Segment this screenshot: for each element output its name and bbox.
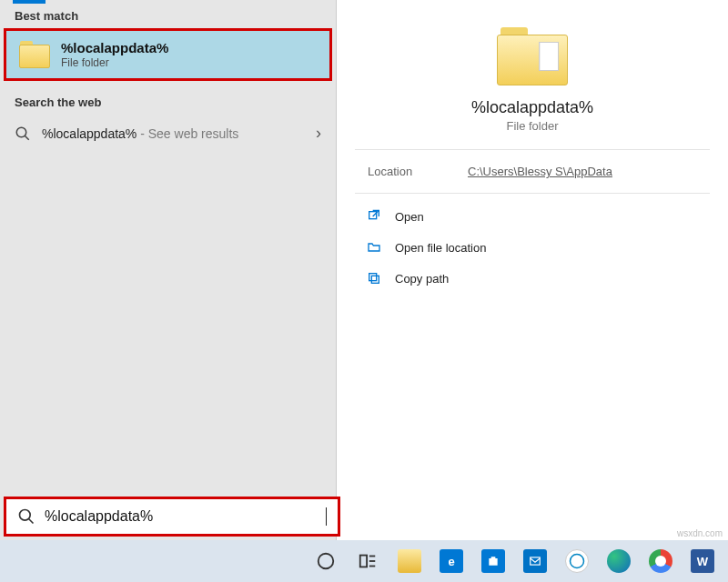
taskbar-mail[interactable] xyxy=(517,543,553,579)
watermark: wsxdn.com xyxy=(677,528,723,538)
scope-tab-indicator xyxy=(13,0,46,4)
taskbar-edge-legacy[interactable]: e xyxy=(433,543,470,579)
svg-rect-8 xyxy=(360,556,367,567)
folder-icon xyxy=(19,41,50,68)
open-icon xyxy=(366,208,382,225)
folder-icon xyxy=(497,27,568,85)
text-cursor xyxy=(326,507,327,526)
svg-rect-12 xyxy=(531,557,541,565)
taskbar-word[interactable]: W xyxy=(684,543,721,579)
action-label: Open file location xyxy=(395,241,486,255)
action-copy-path[interactable]: Copy path xyxy=(355,263,710,294)
best-match-header: Best match xyxy=(0,0,336,28)
location-value[interactable]: C:\Users\Blessy S\AppData xyxy=(468,165,612,178)
taskbar-dell[interactable] xyxy=(559,543,595,579)
folder-open-icon xyxy=(366,239,382,256)
preview-pane: %localappdata% File folder Location C:\U… xyxy=(337,0,728,582)
search-input[interactable] xyxy=(45,508,317,525)
search-box[interactable] xyxy=(4,497,340,537)
web-header: Search the web xyxy=(0,86,336,115)
web-result[interactable]: %localappdata% - See web results › xyxy=(0,115,336,152)
action-label: Copy path xyxy=(395,272,449,286)
web-result-query: %localappdata% xyxy=(42,126,136,141)
taskbar-task-view[interactable] xyxy=(349,543,386,579)
chevron-right-icon: › xyxy=(316,124,321,143)
svg-point-7 xyxy=(318,554,334,569)
svg-rect-3 xyxy=(371,276,379,283)
preview-subtitle: File folder xyxy=(506,119,558,133)
copy-icon xyxy=(366,270,382,286)
taskbar-cortana[interactable] xyxy=(308,543,344,579)
location-label: Location xyxy=(368,165,468,178)
taskbar-edge[interactable] xyxy=(601,543,637,579)
taskbar: e W xyxy=(0,540,728,582)
action-label: Open xyxy=(395,210,424,224)
best-match-subtitle: File folder xyxy=(61,56,168,69)
search-icon xyxy=(17,507,35,526)
taskbar-explorer[interactable] xyxy=(391,543,428,579)
search-icon xyxy=(15,125,31,142)
svg-rect-2 xyxy=(369,212,377,219)
svg-line-6 xyxy=(29,519,34,524)
best-match-title: %localappdata% xyxy=(61,40,168,55)
taskbar-store[interactable] xyxy=(475,543,511,579)
svg-point-13 xyxy=(571,555,584,568)
taskbar-chrome[interactable] xyxy=(642,543,679,579)
action-open[interactable]: Open xyxy=(355,201,710,232)
svg-point-0 xyxy=(16,127,26,137)
search-results-pane: Best match %localappdata% File folder Se… xyxy=(0,0,337,582)
web-result-hint: - See web results xyxy=(136,126,238,141)
best-match-result[interactable]: %localappdata% File folder xyxy=(4,28,332,81)
svg-rect-4 xyxy=(369,274,377,281)
svg-point-5 xyxy=(20,510,31,521)
action-open-location[interactable]: Open file location xyxy=(355,232,710,263)
svg-line-1 xyxy=(25,135,29,140)
preview-title: %localappdata% xyxy=(471,98,593,117)
